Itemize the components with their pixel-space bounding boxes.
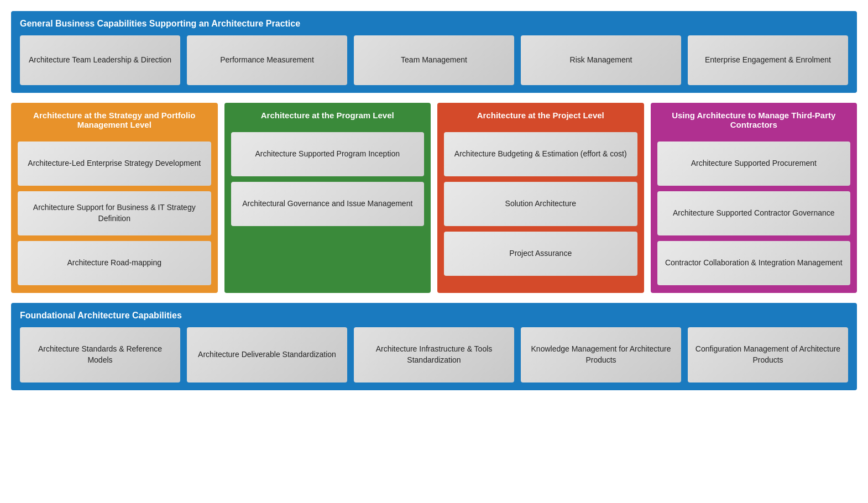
col-red-card-2: Project Assurance bbox=[444, 232, 637, 276]
col-purple-card-0: Architecture Supported Procurement bbox=[657, 142, 851, 186]
top-section: General Business Capabilities Supporting… bbox=[11, 11, 857, 93]
top-card-1: Performance Measurement bbox=[187, 35, 347, 85]
bottom-card-2: Architecture Infrastructure & Tools Stan… bbox=[354, 327, 514, 383]
col-red-card-1: Solution Architecture bbox=[444, 182, 637, 226]
main-container: General Business Capabilities Supporting… bbox=[11, 11, 857, 390]
top-card-0: Architecture Team Leadership & Direction bbox=[20, 35, 180, 85]
col-orange-card-1: Architecture Support for Business & IT S… bbox=[18, 191, 211, 235]
top-card-2: Team Management bbox=[354, 35, 514, 85]
bottom-section: Foundational Architecture Capabilities A… bbox=[11, 303, 857, 390]
col-green-card-0: Architecture Supported Program Inception bbox=[231, 132, 425, 176]
bottom-card-0: Architecture Standards & Reference Model… bbox=[20, 327, 180, 383]
top-card-3: Risk Management bbox=[521, 35, 681, 85]
middle-col-green: Architecture at the Program LevelArchite… bbox=[224, 103, 431, 293]
col-orange-card-0: Architecture-Led Enterprise Strategy Dev… bbox=[18, 142, 211, 186]
bottom-card-3: Knowledge Management for Architecture Pr… bbox=[521, 327, 681, 383]
bottom-card-1: Architecture Deliverable Standardization bbox=[187, 327, 347, 383]
middle-col-green-title: Architecture at the Program Level bbox=[231, 111, 425, 120]
middle-col-purple-title: Using Architecture to Manage Third-Party… bbox=[657, 111, 851, 129]
middle-col-purple: Using Architecture to Manage Third-Party… bbox=[651, 103, 857, 293]
col-green-card-1: Architectural Governance and Issue Manag… bbox=[231, 182, 425, 226]
middle-row: Architecture at the Strategy and Portfol… bbox=[11, 103, 857, 293]
middle-col-orange-title: Architecture at the Strategy and Portfol… bbox=[18, 111, 211, 129]
middle-col-red-title: Architecture at the Project Level bbox=[444, 111, 637, 120]
middle-col-red: Architecture at the Project LevelArchite… bbox=[437, 103, 644, 293]
bottom-section-title: Foundational Architecture Capabilities bbox=[20, 311, 848, 321]
middle-col-orange: Architecture at the Strategy and Portfol… bbox=[11, 103, 218, 293]
col-red-card-0: Architecture Budgeting & Estimation (eff… bbox=[444, 132, 637, 176]
col-purple-card-1: Architecture Supported Contractor Govern… bbox=[657, 191, 851, 235]
bottom-card-4: Configuration Management of Architecture… bbox=[688, 327, 848, 383]
col-purple-card-2: Contractor Collaboration & Integration M… bbox=[657, 241, 851, 285]
top-cards-row: Architecture Team Leadership & Direction… bbox=[20, 35, 848, 85]
top-card-4: Enterprise Engagement & Enrolment bbox=[688, 35, 848, 85]
bottom-cards-row: Architecture Standards & Reference Model… bbox=[20, 327, 848, 383]
top-section-title: General Business Capabilities Supporting… bbox=[20, 19, 848, 29]
col-orange-card-2: Architecture Road-mapping bbox=[18, 241, 211, 285]
